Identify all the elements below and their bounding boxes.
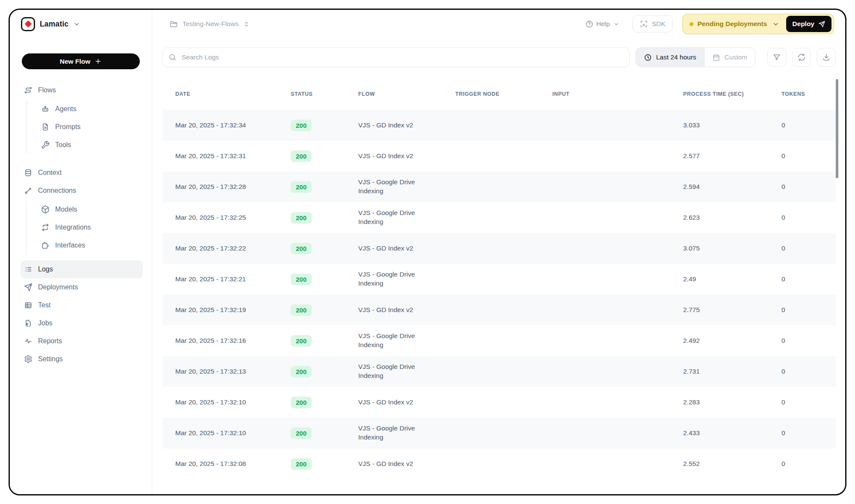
sidebar-item-flows[interactable]: Flows: [21, 81, 143, 99]
status-badge: 200: [291, 304, 312, 316]
log-process-time: 2.623: [683, 214, 781, 221]
flows-subnav: Agents Prompts Tools: [27, 100, 143, 154]
sidebar-item-label: Tools: [55, 141, 71, 149]
log-flow-name: VJS - GD Index v2: [358, 306, 455, 315]
lamatic-logo-icon: [21, 17, 35, 31]
table-row[interactable]: Mar 20, 2025 - 17:32:16 200 VJS - Google…: [162, 325, 836, 356]
project-selector[interactable]: Testing-New-Flows: [169, 20, 250, 29]
log-date: Mar 20, 2025 - 17:32:28: [175, 183, 291, 191]
log-tokens: 0: [781, 337, 836, 345]
sidebar-item-label: Reports: [38, 337, 62, 345]
log-date: Mar 20, 2025 - 17:32:16: [175, 337, 291, 345]
new-flow-button[interactable]: New Flow: [22, 53, 140, 69]
help-menu[interactable]: Help: [585, 20, 619, 28]
sidebar-item-label: Settings: [38, 355, 63, 363]
help-label: Help: [596, 20, 610, 28]
status-badge: 200: [291, 243, 312, 254]
vertical-scrollbar[interactable]: [836, 79, 838, 178]
sidebar-nav: Flows Agents Prompts Tools Co: [10, 81, 152, 368]
column-header-input: Input: [552, 91, 683, 97]
help-icon: [585, 20, 593, 28]
log-date: Mar 20, 2025 - 17:32:10: [175, 429, 291, 437]
chevron-down-icon[interactable]: [772, 21, 779, 28]
log-flow-name: VJS - Google Drive Indexing: [358, 332, 455, 350]
logs-content: Last 24 hours Custom: [152, 38, 845, 479]
log-tokens: 0: [781, 121, 836, 129]
search-icon: [168, 53, 177, 62]
status-badge: 200: [291, 335, 312, 347]
sidebar-item-integrations[interactable]: Integrations: [27, 218, 143, 236]
sidebar-item-logs[interactable]: Logs: [21, 260, 143, 278]
logs-table: Date Status Flow Trigger Node Input Proc…: [162, 76, 836, 479]
log-tokens: 0: [781, 460, 836, 468]
table-row[interactable]: Mar 20, 2025 - 17:32:10 200 VJS - GD Ind…: [162, 387, 836, 418]
log-process-time: 2.577: [683, 152, 781, 160]
sidebar-item-interfaces[interactable]: Interfaces: [27, 236, 143, 254]
refresh-button[interactable]: [792, 48, 811, 67]
log-process-time: 2.552: [683, 460, 781, 468]
range-custom[interactable]: Custom: [705, 48, 755, 67]
range-last-24-hours[interactable]: Last 24 hours: [636, 48, 705, 67]
range-label: Custom: [725, 53, 747, 61]
log-process-time: 3.033: [683, 121, 781, 129]
sidebar-item-models[interactable]: Models: [27, 200, 143, 218]
puzzle-icon: [41, 241, 50, 250]
table-row[interactable]: Mar 20, 2025 - 17:32:25 200 VJS - Google…: [162, 202, 836, 233]
logs-toolbar: Last 24 hours Custom: [162, 47, 836, 67]
table-row[interactable]: Mar 20, 2025 - 17:32:28 200 VJS - Google…: [162, 171, 836, 202]
sidebar-item-prompts[interactable]: Prompts: [27, 118, 143, 136]
filter-button[interactable]: [767, 48, 786, 67]
table-row[interactable]: Mar 20, 2025 - 17:32:13 200 VJS - Google…: [162, 356, 836, 387]
status-badge: 200: [291, 397, 312, 408]
log-process-time: 2.594: [683, 183, 781, 191]
sidebar-item-context[interactable]: Context: [21, 164, 143, 182]
sidebar-item-label: Flows: [38, 86, 56, 94]
column-header-process-time: Process Time (sec): [683, 91, 781, 97]
table-row[interactable]: Mar 20, 2025 - 17:32:22 200 VJS - GD Ind…: [162, 233, 836, 264]
download-button[interactable]: [817, 48, 836, 67]
log-tokens: 0: [781, 214, 836, 221]
topbar: Testing-New-Flows Help SDK Pending Deplo…: [152, 10, 845, 38]
log-process-time: 3.075: [683, 245, 781, 252]
paper-plane-icon: [24, 283, 32, 292]
connections-subnav: Models Integrations Interfaces: [27, 200, 143, 254]
sidebar-item-tools[interactable]: Tools: [27, 136, 143, 154]
table-row[interactable]: Mar 20, 2025 - 17:32:21 200 VJS - Google…: [162, 264, 836, 295]
table-row[interactable]: Mar 20, 2025 - 17:32:10 200 VJS - Google…: [162, 418, 836, 448]
log-process-time: 2.283: [683, 398, 781, 406]
sidebar-item-jobs[interactable]: Jobs: [21, 314, 143, 332]
sidebar-item-label: Models: [55, 206, 77, 213]
table-row[interactable]: Mar 20, 2025 - 17:32:31 200 VJS - GD Ind…: [162, 141, 836, 171]
range-label: Last 24 hours: [656, 53, 696, 61]
new-flow-label: New Flow: [60, 58, 90, 65]
table-row[interactable]: Mar 20, 2025 - 17:32:34 200 VJS - GD Ind…: [162, 110, 836, 141]
deploy-button[interactable]: Deploy: [786, 16, 831, 32]
sidebar-item-label: Jobs: [38, 319, 53, 327]
sdk-button[interactable]: SDK: [632, 15, 673, 32]
sidebar-item-agents[interactable]: Agents: [27, 100, 143, 118]
sidebar-item-deployments[interactable]: Deployments: [21, 278, 143, 296]
sidebar-item-label: Context: [38, 169, 62, 177]
search-input[interactable]: [162, 47, 630, 67]
log-flow-name: VJS - GD Index v2: [358, 398, 455, 407]
pending-deployments-label: Pending Deployments: [698, 20, 767, 28]
table-row[interactable]: Mar 20, 2025 - 17:32:19 200 VJS - GD Ind…: [162, 295, 836, 325]
sidebar-item-connections[interactable]: Connections: [21, 182, 143, 200]
table-body: Mar 20, 2025 - 17:32:34 200 VJS - GD Ind…: [162, 110, 836, 479]
workspace-switcher[interactable]: Lamatic: [10, 10, 152, 38]
send-icon: [818, 21, 826, 28]
log-date: Mar 20, 2025 - 17:32:19: [175, 306, 291, 314]
log-flow-name: VJS - Google Drive Indexing: [358, 424, 455, 442]
sidebar-item-reports[interactable]: Reports: [21, 332, 143, 350]
activity-icon: [24, 337, 32, 345]
sdk-label: SDK: [652, 20, 666, 28]
updown-icon: [243, 21, 250, 28]
log-flow-name: VJS - Google Drive Indexing: [358, 270, 455, 288]
sidebar-item-settings[interactable]: Settings: [21, 350, 143, 368]
table-row[interactable]: Mar 20, 2025 - 17:32:08 200 VJS - GD Ind…: [162, 448, 836, 479]
pending-status-dot-icon: [690, 22, 693, 26]
log-process-time: 2.492: [683, 337, 781, 345]
sidebar-item-test[interactable]: Test: [21, 296, 143, 314]
log-process-time: 2.49: [683, 275, 781, 283]
sidebar-item-label: Prompts: [55, 123, 81, 131]
